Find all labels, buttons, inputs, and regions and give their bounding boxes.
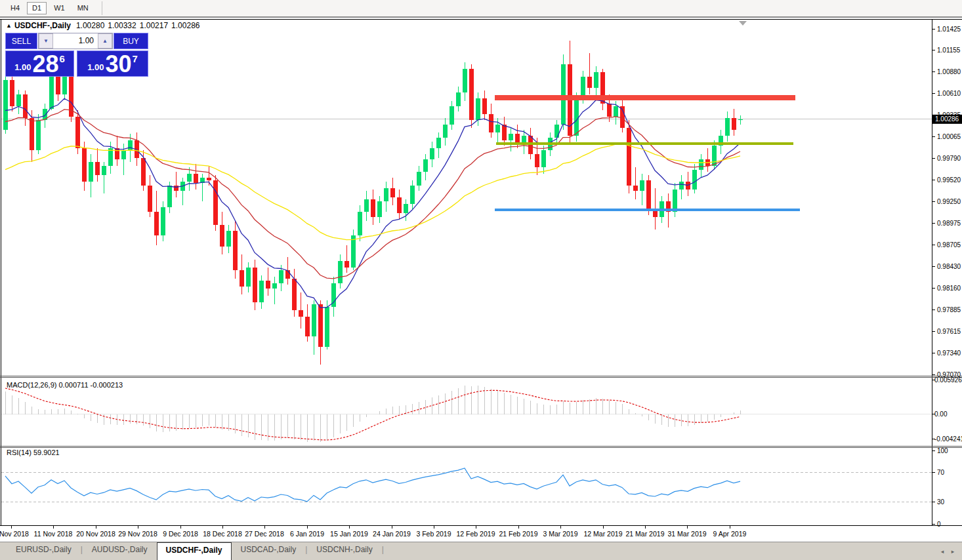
rsi-tick-label: 100 <box>937 447 948 454</box>
chart-title: ▲USDCHF-,Daily1.002801.003321.002171.002… <box>6 21 203 30</box>
price-tick-label: 0.97615 <box>937 328 961 335</box>
volume-increase-button[interactable]: ▲ <box>98 33 112 49</box>
buy-button[interactable]: BUY <box>114 33 148 49</box>
price-tick-label: 0.98160 <box>937 285 961 292</box>
time-tick-label: 12 Mar 2019 <box>584 530 623 538</box>
toolbar-separator <box>102 1 102 15</box>
support-line-olive <box>496 142 793 145</box>
rsi-tick-label: 0 <box>937 521 941 528</box>
ohlc-open: 1.00280 <box>76 21 104 30</box>
chart-tab-bar: EURUSD-,Daily|AUDUSD-,DailyUSDCHF-,Daily… <box>0 542 962 560</box>
time-tick-label: 1 Nov 2018 <box>0 530 29 538</box>
macd-tick-label: 0.005926 <box>934 376 962 384</box>
rsi-tick-label: 70 <box>937 469 945 476</box>
price-tick-label: 0.98705 <box>937 241 961 249</box>
sell-price-big-digits: 28 <box>32 52 58 76</box>
chart-window: 1.014251.011551.008801.006101.003351.000… <box>0 17 962 542</box>
sell-price-pip: 6 <box>60 53 65 64</box>
ohlc-low: 1.00217 <box>140 21 168 30</box>
buy-price-big-digits: 30 <box>105 52 131 76</box>
price-tick-label: 0.99790 <box>937 155 961 162</box>
price-tick-label: 0.98975 <box>937 220 961 227</box>
price-tick-label: 1.00880 <box>937 68 961 75</box>
time-tick-label: 9 Dec 2018 <box>163 530 198 538</box>
chart-tab-group: EURUSD-,Daily|AUDUSD-,DailyUSDCHF-,Daily… <box>7 542 384 560</box>
current-price-tag-text: 1.00286 <box>935 115 959 123</box>
ohlc-close: 1.00286 <box>171 21 199 30</box>
time-tick-label: 29 Nov 2018 <box>118 530 157 538</box>
time-tick-label: 6 Jan 2019 <box>290 530 324 538</box>
mt4-application-window: H4D1W1MN 1.014251.011551.008801.006101.0… <box>0 0 962 560</box>
price-tick-label: 0.99250 <box>937 198 961 205</box>
price-tick-label: 1.00065 <box>937 133 961 140</box>
chart-tab-eurusd[interactable]: EURUSD-,Daily <box>7 542 81 558</box>
timeframe-tab-d1[interactable]: D1 <box>27 2 47 14</box>
time-tick-label: 27 Dec 2018 <box>245 530 284 538</box>
chart-tab-usdcad[interactable]: USDCAD-,Daily <box>232 542 306 558</box>
resistance-band-red <box>495 95 795 100</box>
collapse-triangle-icon[interactable]: ▲ <box>6 22 12 29</box>
timeframe-tab-group: H4D1W1MN <box>5 2 96 14</box>
price-tick-label: 0.97885 <box>937 306 961 313</box>
sell-price-box[interactable]: 1.00286 <box>5 50 74 77</box>
price-tick-label: 1.01425 <box>937 26 961 33</box>
chart-tab-audusd[interactable]: AUDUSD-,Daily <box>83 542 157 558</box>
chart-symbol-label: USDCHF-,Daily <box>14 21 71 30</box>
buy-price-prefix: 1.00 <box>87 62 104 72</box>
time-tick-label: 12 Feb 2019 <box>457 530 495 538</box>
time-tick-label: 3 Feb 2019 <box>416 530 451 538</box>
buy-price-box[interactable]: 1.00307 <box>77 50 148 77</box>
rsi-indicator-label: RSI(14) 59.9021 <box>7 449 60 456</box>
tab-scroll-arrows: ◂ ▸ <box>937 547 958 556</box>
price-chart-canvas[interactable]: 1.014251.011551.008801.006101.003351.000… <box>0 19 962 542</box>
sell-button[interactable]: SELL <box>5 33 37 49</box>
chart-tab-usdchf[interactable]: USDCHF-,Daily <box>157 542 232 560</box>
sell-price-prefix: 1.00 <box>14 62 31 72</box>
ohlc-high: 1.00332 <box>108 21 136 30</box>
time-tick-label: 31 Mar 2019 <box>668 530 707 538</box>
volume-decrease-button[interactable]: ▼ <box>39 33 53 49</box>
one-click-trading-panel: SELL ▼ 1.00 ▲ BUY 1.00286 1.00307 <box>5 33 148 77</box>
timeframe-tab-h4[interactable]: H4 <box>5 2 25 14</box>
timeframe-tab-mn[interactable]: MN <box>72 2 94 14</box>
tab-scroll-left-button[interactable]: ◂ <box>937 547 948 556</box>
timeframe-tab-w1[interactable]: W1 <box>49 2 70 14</box>
macd-indicator-label: MACD(12,26,9) 0.000711 -0.000213 <box>7 381 123 389</box>
support-line-blue <box>495 209 800 211</box>
time-tick-label: 21 Feb 2019 <box>499 530 538 538</box>
time-tick-label: 3 Mar 2019 <box>543 530 577 538</box>
time-tick-label: 24 Jan 2019 <box>373 530 411 538</box>
time-tick-label: 18 Dec 2018 <box>203 530 242 538</box>
up-arrow-icon: ▲ <box>102 38 108 44</box>
price-tick-label: 0.99520 <box>937 176 961 184</box>
macd-tick-label: -0.004241 <box>934 435 962 443</box>
volume-value[interactable]: 1.00 <box>53 33 98 49</box>
time-tick-label: 9 Apr 2019 <box>713 530 747 538</box>
buy-price-pip: 7 <box>133 53 138 64</box>
time-tick-label: 11 Nov 2018 <box>34 530 73 538</box>
macd-tick-label: 0.00 <box>934 410 948 418</box>
down-arrow-icon: ▼ <box>43 38 49 44</box>
price-tick-label: 0.98430 <box>937 263 961 270</box>
price-tick-label: 0.97340 <box>937 350 961 357</box>
time-tick-label: 15 Jan 2019 <box>330 530 368 538</box>
tab-separator: | <box>382 542 384 554</box>
rsi-tick-label: 30 <box>937 498 945 506</box>
tab-scroll-right-button[interactable]: ▸ <box>948 547 958 556</box>
price-tick-label: 1.00610 <box>937 90 961 97</box>
timeframe-toolbar: H4D1W1MN <box>0 0 962 17</box>
time-tick-label: 21 Mar 2019 <box>626 530 665 538</box>
chart-tab-usdcnh[interactable]: USDCNH-,Daily <box>307 542 381 558</box>
price-tick-label: 1.01155 <box>937 47 961 54</box>
volume-spinner: ▼ 1.00 ▲ <box>38 33 113 49</box>
chart-background <box>0 19 962 542</box>
time-tick-label: 20 Nov 2018 <box>76 530 115 538</box>
